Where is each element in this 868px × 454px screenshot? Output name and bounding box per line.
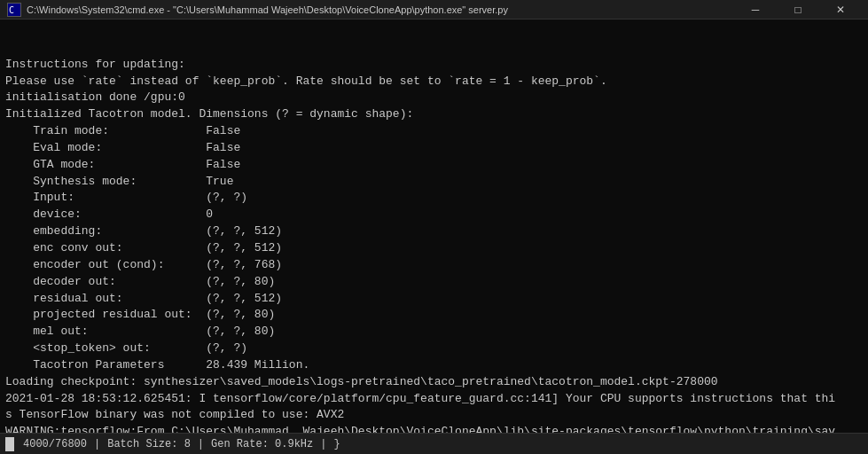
terminal-line: Please use `rate` instead of `keep_prob`… — [5, 74, 863, 90]
terminal-line: Eval mode: False — [5, 140, 863, 157]
title-bar-left: C C:\Windows\System32\cmd.exe - "C:\User… — [7, 3, 508, 17]
svg-text:C: C — [9, 5, 14, 15]
sep1: | — [94, 438, 100, 450]
title-bar-text: C:\Windows\System32\cmd.exe - "C:\Users\… — [27, 4, 508, 15]
terminal-line: Initialized Tacotron model. Dimensions (… — [5, 106, 863, 123]
cursor — [5, 437, 14, 451]
bracket: } — [333, 438, 340, 450]
terminal-line: initialisation done /gpu:0 — [5, 90, 863, 106]
terminal-line: Tacotron Parameters 28.439 Million. — [5, 357, 863, 374]
terminal-line: projected residual out: (?, ?, 80) — [5, 307, 863, 324]
terminal-line: <stop_token> out: (?, ?) — [5, 340, 863, 357]
terminal-line: s TensorFlow binary was not compiled to … — [5, 407, 863, 424]
terminal-line: 2021-01-28 18:53:12.625451: I tensorflow… — [5, 391, 863, 408]
terminal-line: Loading checkpoint: synthesizer\saved_mo… — [5, 374, 863, 391]
maximize-button[interactable]: □ — [778, 0, 818, 20]
status-bar: 4000/76800 | Batch Size: 8 | Gen Rate: 0… — [0, 433, 868, 454]
gen-rate-text: Gen Rate: 0.9kHz — [211, 438, 313, 450]
sep2: | — [198, 438, 204, 450]
terminal-line: Instructions for updating: — [5, 57, 863, 74]
terminal-output: Instructions for updating:Please use `ra… — [0, 20, 868, 433]
sep3: | — [320, 438, 326, 450]
close-button[interactable]: ✕ — [820, 0, 861, 20]
batch-size-text: Batch Size: 8 — [107, 438, 191, 450]
terminal-line: embedding: (?, ?, 512) — [5, 223, 863, 240]
terminal-line: mel out: (?, ?, 80) — [5, 324, 863, 340]
terminal-line: GTA mode: False — [5, 157, 863, 174]
terminal-line: device: 0 — [5, 207, 863, 223]
terminal-line: Train mode: False — [5, 123, 863, 140]
terminal-line: Synthesis mode: True — [5, 174, 863, 191]
title-bar: C C:\Windows\System32\cmd.exe - "C:\User… — [0, 0, 868, 20]
terminal-line: residual out: (?, ?, 512) — [5, 291, 863, 308]
window: C C:\Windows\System32\cmd.exe - "C:\User… — [0, 0, 868, 454]
cmd-icon: C — [7, 3, 21, 17]
minimize-button[interactable]: ─ — [735, 0, 776, 20]
terminal-line: encoder out (cond): (?, ?, 768) — [5, 257, 863, 274]
terminal-line: Input: (?, ?) — [5, 190, 863, 207]
terminal-line: enc conv out: (?, ?, 512) — [5, 240, 863, 257]
progress-text: 4000/76800 — [23, 438, 87, 450]
terminal-line: WARNING:tensorflow:From C:\Users\Muhamma… — [5, 424, 863, 433]
terminal-line: decoder out: (?, ?, 80) — [5, 274, 863, 291]
title-bar-controls[interactable]: ─ □ ✕ — [735, 0, 861, 20]
